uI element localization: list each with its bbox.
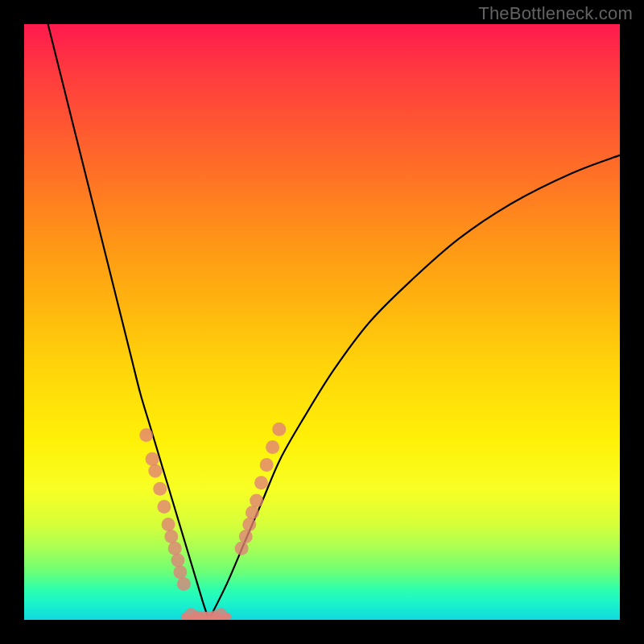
dot-left [153, 482, 167, 496]
curve-layer [48, 24, 620, 620]
dot-left [162, 518, 175, 531]
dot-right [250, 494, 263, 508]
dot-left [173, 565, 187, 579]
dot-right [239, 530, 253, 543]
dot-left [177, 577, 191, 591]
dot-layer [139, 423, 286, 620]
dot-left [139, 428, 153, 442]
dot-right [272, 423, 286, 436]
dot-left [157, 500, 171, 514]
series-left-curve [48, 24, 209, 620]
dot-right [235, 542, 249, 555]
dot-bottom [214, 609, 228, 620]
dot-left [171, 554, 184, 568]
dot-right [254, 476, 268, 489]
dot-left [164, 530, 178, 543]
series-right-curve [208, 154, 620, 620]
chart-svg [24, 24, 620, 620]
plot-area [24, 24, 620, 620]
watermark-text: TheBottleneck.com [478, 3, 633, 24]
dot-right [242, 518, 256, 531]
dot-right [266, 440, 279, 454]
dot-left [148, 464, 162, 478]
outer-frame: TheBottleneck.com [0, 0, 644, 644]
dot-right [246, 506, 259, 519]
dot-right [260, 458, 274, 472]
dot-left [168, 542, 182, 555]
dot-left [146, 452, 159, 466]
